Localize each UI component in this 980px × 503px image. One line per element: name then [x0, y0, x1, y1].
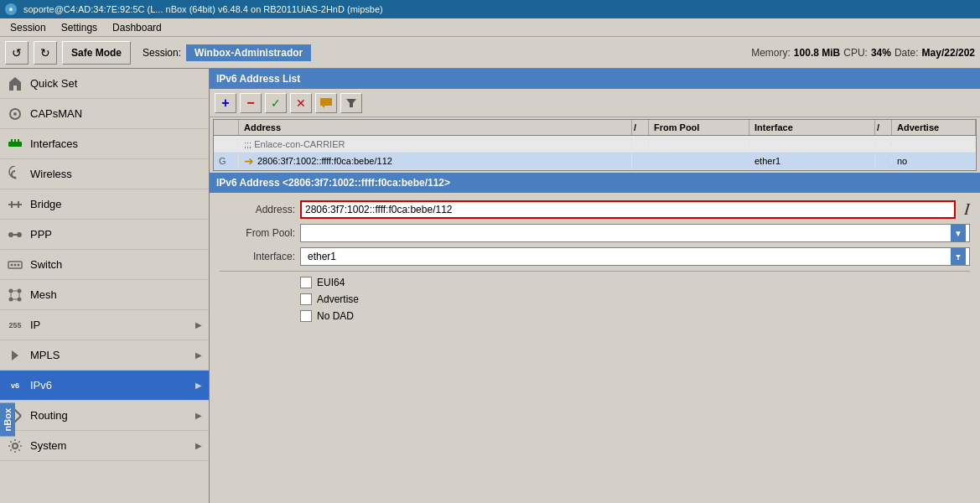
date-value: May/22/202	[922, 47, 975, 59]
svg-point-15	[14, 263, 17, 266]
date-label: Date:	[894, 47, 919, 59]
svg-point-20	[18, 297, 22, 301]
svg-point-10	[8, 232, 13, 237]
sidebar-item-mpls[interactable]: MPLS ▶	[0, 340, 209, 371]
nodad-checkbox[interactable]	[300, 310, 312, 322]
table-row-comment[interactable]: ;;; Enlace-con-CARRIER	[214, 136, 976, 153]
sidebar-label-interfaces: Interfaces	[30, 137, 202, 150]
menu-dashboard[interactable]: Dashboard	[106, 20, 169, 35]
svg-rect-4	[14, 139, 16, 142]
cell-address-value: 2806:3f7:1002::ffff:f0ca:bebe/112	[257, 156, 392, 166]
sidebar-item-ip[interactable]: 255 IP ▶	[0, 310, 209, 340]
title-bar-text: soporte@C4:AD:34:7E:92:5C (L... nBox (64…	[23, 4, 975, 14]
menu-bar: Session Settings Dashboard	[0, 18, 980, 37]
interface-dropdown-arrow[interactable]	[951, 248, 966, 265]
sidebar-item-switch[interactable]: Switch	[0, 250, 209, 280]
ipv6-arrow-icon: ▶	[195, 381, 202, 390]
sidebar-label-bridge: Bridge	[30, 198, 202, 210]
svg-rect-5	[18, 139, 19, 142]
cell-comment-flags	[214, 143, 239, 146]
bridge-icon	[7, 196, 23, 213]
ppp-icon	[7, 226, 23, 243]
add-button[interactable]: +	[215, 93, 236, 113]
sidebar-item-ppp[interactable]: PPP	[0, 220, 209, 250]
status-bar: Memory: 100.8 MiB CPU: 34% Date: May/22/…	[751, 47, 975, 59]
interfaces-icon	[7, 136, 23, 153]
form-divider	[220, 271, 970, 272]
comment-button[interactable]	[315, 93, 337, 113]
safe-mode-button[interactable]: Safe Mode	[62, 41, 131, 65]
panel-toolbar: + − ✓ ✕	[210, 89, 980, 117]
cell-comment-interface	[749, 143, 875, 146]
sidebar-item-bridge[interactable]: Bridge	[0, 189, 209, 220]
nodad-label: No DAD	[317, 310, 354, 322]
sidebar-item-quickset[interactable]: Quick Set	[0, 69, 209, 99]
ip-icon: 255	[7, 317, 23, 334]
app-icon: ●	[5, 3, 17, 15]
svg-rect-2	[8, 142, 22, 147]
interface-select[interactable]: ether1	[300, 247, 970, 266]
remove-button[interactable]: −	[240, 93, 262, 113]
svg-point-16	[18, 263, 20, 266]
svg-marker-29	[346, 99, 356, 107]
panel-title: IPv6 Address List	[210, 69, 980, 89]
table-row-data[interactable]: G ➜ 2806:3f7:1002::ffff:f0ca:bebe/112 et…	[214, 153, 976, 170]
svg-marker-25	[12, 350, 18, 360]
svg-rect-3	[11, 139, 13, 142]
svg-point-17	[9, 288, 13, 293]
col-header-interface: Interface	[749, 120, 875, 135]
frompool-select[interactable]: ▼	[300, 224, 970, 242]
menu-session[interactable]: Session	[3, 20, 53, 35]
routing-arrow-icon: ▶	[195, 411, 202, 420]
redo-button[interactable]: ↻	[34, 41, 57, 65]
toolbar: ↺ ↻ Safe Mode Session: Winbox-Administra…	[0, 37, 980, 69]
disable-button[interactable]: ✕	[290, 93, 312, 113]
address-input[interactable]	[300, 200, 956, 219]
nbox-tab[interactable]: nBox	[0, 403, 15, 437]
sidebar-item-system[interactable]: System ▶	[0, 431, 209, 461]
col-header-frompool: From Pool	[649, 120, 749, 135]
cell-comment-advertise	[892, 143, 976, 146]
advertise-checkbox[interactable]	[300, 293, 312, 305]
mpls-icon	[7, 347, 23, 364]
addr-arrow-icon: ➜	[244, 154, 254, 168]
system-arrow-icon: ▶	[195, 441, 202, 450]
sidebar-item-mesh[interactable]: Mesh	[0, 280, 209, 310]
interface-value: ether1	[304, 251, 951, 262]
capsman-icon	[7, 106, 23, 122]
sidebar-label-switch: Switch	[30, 258, 202, 271]
col-header-address: Address	[239, 120, 632, 135]
sidebar-item-interfaces[interactable]: Interfaces	[0, 129, 209, 159]
memory-value: 100.8 MiB	[794, 47, 840, 59]
cell-comment-frompool	[649, 143, 749, 146]
sidebar-label-quickset: Quick Set	[30, 77, 202, 90]
address-field-label: Address:	[220, 204, 295, 215]
sidebar-item-ipv6[interactable]: v6 IPv6 ▶	[0, 371, 209, 401]
cpu-value: 34%	[871, 47, 891, 59]
sidebar-label-ppp: PPP	[30, 228, 202, 241]
filter-button[interactable]	[340, 93, 362, 113]
sidebar-label-system: System	[30, 439, 189, 452]
sidebar-item-capsman[interactable]: CAPsMAN	[0, 99, 209, 129]
memory-label: Memory:	[751, 47, 791, 59]
enable-button[interactable]: ✓	[265, 93, 287, 113]
svg-rect-27	[320, 98, 332, 106]
frompool-dropdown-arrow[interactable]: ▼	[951, 225, 966, 241]
ipv6-icon: v6	[7, 377, 23, 394]
menu-settings[interactable]: Settings	[54, 20, 104, 35]
cpu-label: CPU:	[843, 47, 868, 59]
svg-point-18	[18, 288, 22, 293]
svg-marker-28	[322, 106, 324, 108]
ip-arrow-icon: ▶	[195, 320, 202, 329]
eui64-row: EUI64	[300, 277, 970, 288]
svg-point-6	[14, 176, 17, 179]
cell-flags: G	[214, 154, 239, 168]
sidebar-item-wireless[interactable]: Wireless	[0, 159, 209, 189]
advertise-row: Advertise	[300, 293, 970, 305]
sidebar-label-routing: Routing	[30, 409, 189, 422]
col-header-sep2: /	[875, 120, 892, 135]
undo-button[interactable]: ↺	[5, 41, 29, 65]
title-bar: ● soporte@C4:AD:34:7E:92:5C (L... nBox (…	[0, 0, 980, 18]
eui64-checkbox[interactable]	[300, 277, 312, 288]
sidebar-item-routing[interactable]: Routing ▶	[0, 401, 209, 431]
